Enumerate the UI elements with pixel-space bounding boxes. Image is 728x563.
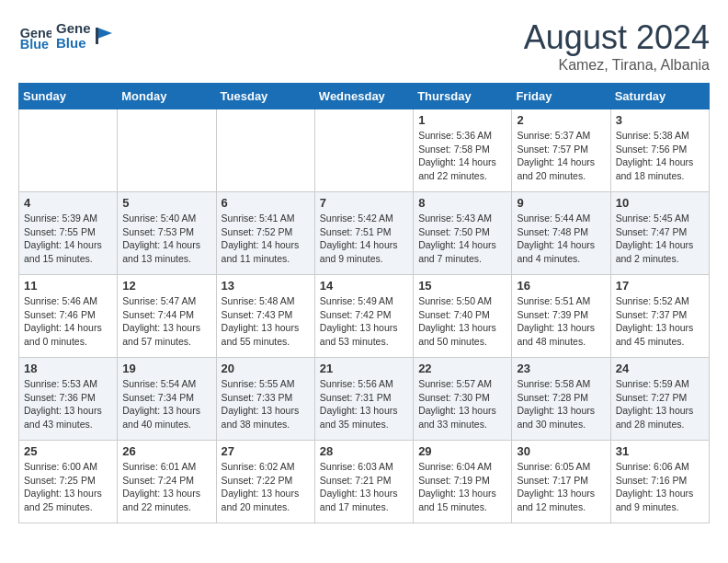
col-tuesday: Tuesday bbox=[216, 84, 314, 109]
cell-text: Sunrise: 6:01 AM bbox=[122, 460, 210, 474]
cell-2-2: 13Sunrise: 5:48 AMSunset: 7:43 PMDayligh… bbox=[216, 275, 314, 358]
cell-4-3: 28Sunrise: 6:03 AMSunset: 7:21 PMDayligh… bbox=[314, 441, 413, 523]
cell-text: and 33 minutes. bbox=[418, 418, 506, 431]
cell-text: and 53 minutes. bbox=[320, 335, 408, 349]
cell-1-2: 6Sunrise: 5:41 AMSunset: 7:52 PMDaylight… bbox=[216, 192, 314, 275]
cell-text: and 2 minutes. bbox=[616, 252, 704, 266]
logo-graphic: General Blue bbox=[55, 18, 90, 53]
week-row-4: 18Sunrise: 5:53 AMSunset: 7:36 PMDayligh… bbox=[19, 358, 710, 441]
day-number: 20 bbox=[222, 362, 310, 375]
svg-text:General: General bbox=[56, 20, 90, 36]
cell-text: and 9 minutes. bbox=[616, 500, 704, 514]
cell-text: Sunrise: 5:48 AM bbox=[222, 294, 310, 308]
day-number: 17 bbox=[616, 279, 704, 293]
cell-text: Daylight: 13 hours bbox=[222, 487, 310, 500]
cell-text: Sunrise: 5:43 AM bbox=[418, 212, 506, 225]
cell-text: Daylight: 13 hours bbox=[418, 321, 506, 335]
cell-text: and 38 minutes. bbox=[222, 418, 310, 431]
cell-text: Sunrise: 5:51 AM bbox=[517, 294, 605, 308]
cell-4-0: 25Sunrise: 6:00 AMSunset: 7:25 PMDayligh… bbox=[19, 441, 118, 523]
cell-text: Sunset: 7:42 PM bbox=[320, 308, 408, 322]
cell-text: Sunrise: 5:46 AM bbox=[24, 294, 112, 308]
cell-text: and 30 minutes. bbox=[517, 418, 605, 431]
cell-0-6: 3Sunrise: 5:38 AMSunset: 7:56 PMDaylight… bbox=[610, 109, 709, 192]
svg-text:Blue: Blue bbox=[20, 37, 49, 52]
main-title: August 2024 bbox=[524, 18, 710, 57]
cell-text: Sunset: 7:47 PM bbox=[616, 225, 704, 239]
cell-text: and 12 minutes. bbox=[517, 500, 605, 514]
cell-text: Sunrise: 6:04 AM bbox=[418, 460, 506, 474]
cell-text: Sunrise: 5:50 AM bbox=[418, 294, 506, 308]
cell-text: Sunset: 7:39 PM bbox=[517, 308, 605, 322]
cell-text: Daylight: 14 hours bbox=[24, 321, 112, 335]
cell-3-1: 19Sunrise: 5:54 AMSunset: 7:34 PMDayligh… bbox=[118, 358, 216, 441]
cell-text: Daylight: 14 hours bbox=[222, 238, 310, 252]
cell-text: Daylight: 13 hours bbox=[24, 487, 112, 500]
cell-text: Sunset: 7:21 PM bbox=[320, 474, 408, 488]
cell-text: Sunset: 7:27 PM bbox=[616, 391, 704, 405]
cell-2-1: 12Sunrise: 5:47 AMSunset: 7:44 PMDayligh… bbox=[118, 275, 216, 358]
svg-marker-5 bbox=[97, 28, 112, 39]
cell-text: Daylight: 13 hours bbox=[320, 404, 408, 418]
cell-text: Sunrise: 5:55 AM bbox=[222, 377, 310, 391]
cell-text: Sunset: 7:33 PM bbox=[222, 391, 310, 405]
cell-text: Sunrise: 6:00 AM bbox=[24, 460, 112, 474]
cell-text: and 4 minutes. bbox=[517, 252, 605, 266]
cell-1-4: 8Sunrise: 5:43 AMSunset: 7:50 PMDaylight… bbox=[414, 192, 512, 275]
cell-text: and 25 minutes. bbox=[24, 500, 112, 514]
day-number: 24 bbox=[616, 362, 704, 375]
cell-1-3: 7Sunrise: 5:42 AMSunset: 7:51 PMDaylight… bbox=[314, 192, 413, 275]
cell-text: Sunset: 7:52 PM bbox=[222, 225, 310, 239]
day-number: 2 bbox=[517, 113, 605, 127]
header-row: Sunday Monday Tuesday Wednesday Thursday… bbox=[19, 84, 710, 109]
cell-1-5: 9Sunrise: 5:44 AMSunset: 7:48 PMDaylight… bbox=[512, 192, 610, 275]
page-header: General Blue General Blue August 2024 Ka… bbox=[18, 18, 710, 74]
cell-text: Sunset: 7:53 PM bbox=[122, 225, 210, 239]
cell-text: Sunset: 7:34 PM bbox=[122, 391, 210, 405]
day-number: 4 bbox=[24, 196, 112, 210]
cell-text: Sunrise: 5:54 AM bbox=[122, 377, 210, 391]
cell-text: Daylight: 13 hours bbox=[24, 404, 112, 418]
cell-text: Daylight: 14 hours bbox=[122, 238, 210, 252]
cell-text: Daylight: 14 hours bbox=[616, 155, 704, 169]
cell-text: and 28 minutes. bbox=[616, 418, 704, 431]
cell-3-5: 23Sunrise: 5:58 AMSunset: 7:28 PMDayligh… bbox=[512, 358, 610, 441]
day-number: 30 bbox=[517, 444, 605, 458]
day-number: 7 bbox=[320, 196, 408, 210]
cell-text: Sunrise: 5:36 AM bbox=[418, 129, 506, 143]
cell-text: Sunset: 7:43 PM bbox=[222, 308, 310, 322]
cell-text: Sunrise: 5:40 AM bbox=[122, 212, 210, 225]
cell-text: Sunset: 7:57 PM bbox=[517, 143, 605, 156]
cell-text: Sunset: 7:36 PM bbox=[24, 391, 112, 405]
cell-text: Sunrise: 5:56 AM bbox=[320, 377, 408, 391]
cell-text: Daylight: 14 hours bbox=[616, 238, 704, 252]
cell-text: Daylight: 13 hours bbox=[122, 404, 210, 418]
day-number: 1 bbox=[418, 113, 506, 127]
cell-text: Sunrise: 5:37 AM bbox=[517, 129, 605, 143]
cell-text: Daylight: 13 hours bbox=[418, 487, 506, 500]
cell-3-2: 20Sunrise: 5:55 AMSunset: 7:33 PMDayligh… bbox=[216, 358, 314, 441]
cell-text: Daylight: 13 hours bbox=[418, 404, 506, 418]
cell-2-5: 16Sunrise: 5:51 AMSunset: 7:39 PMDayligh… bbox=[512, 275, 610, 358]
cell-text: and 7 minutes. bbox=[418, 252, 506, 266]
cell-text: Sunset: 7:56 PM bbox=[616, 143, 704, 156]
cell-text: Sunset: 7:51 PM bbox=[320, 225, 408, 239]
logo: General Blue General Blue bbox=[18, 18, 114, 53]
cell-text: Sunset: 7:46 PM bbox=[24, 308, 112, 322]
cell-text: Daylight: 13 hours bbox=[122, 487, 210, 500]
cell-4-6: 31Sunrise: 6:06 AMSunset: 7:16 PMDayligh… bbox=[610, 441, 709, 523]
cell-2-6: 17Sunrise: 5:52 AMSunset: 7:37 PMDayligh… bbox=[610, 275, 709, 358]
cell-text: Daylight: 14 hours bbox=[418, 155, 506, 169]
cell-text: Daylight: 14 hours bbox=[418, 238, 506, 252]
cell-text: Daylight: 13 hours bbox=[517, 487, 605, 500]
subtitle: Kamez, Tirana, Albania bbox=[524, 57, 710, 74]
cell-text: Sunset: 7:19 PM bbox=[418, 474, 506, 488]
cell-text: Sunset: 7:50 PM bbox=[418, 225, 506, 239]
cell-text: Sunrise: 5:47 AM bbox=[122, 294, 210, 308]
day-number: 27 bbox=[222, 444, 310, 458]
cell-text: and 0 minutes. bbox=[24, 335, 112, 349]
day-number: 10 bbox=[616, 196, 704, 210]
day-number: 12 bbox=[122, 279, 210, 293]
cell-0-5: 2Sunrise: 5:37 AMSunset: 7:57 PMDaylight… bbox=[512, 109, 610, 192]
col-monday: Monday bbox=[118, 84, 216, 109]
